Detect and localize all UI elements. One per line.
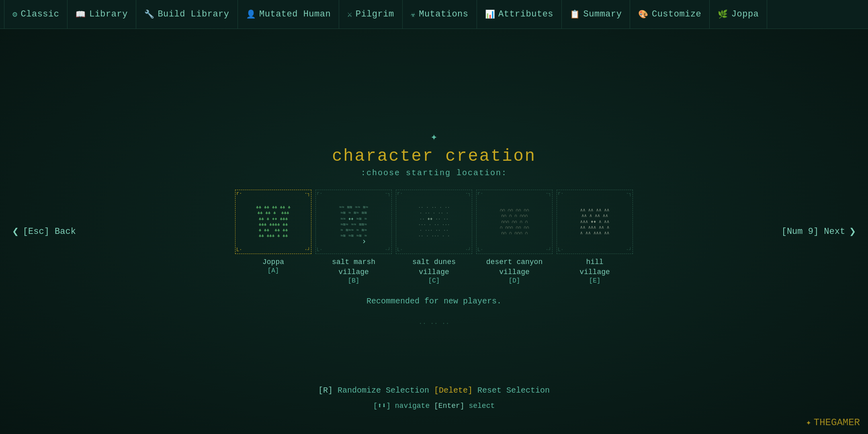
corner-bl: L·: [236, 247, 242, 253]
page-subtitle: :choose starting location:: [332, 168, 536, 178]
attributes-icon: 📊: [485, 9, 495, 19]
hill-card-border: r· ·┐ L· ·┘ ∧∧ ∧∧ ∧∧ ∧∧ ∧∧ ∧ ∧∧ ∧∧ ∧∧∧ ♦…: [557, 190, 633, 254]
dunes-key: [C]: [428, 277, 440, 285]
corner-br: ·┘: [305, 247, 310, 253]
nav-mutated-human[interactable]: 👤 Mutated Human: [238, 0, 340, 29]
library-icon: 📖: [76, 9, 86, 19]
corner-tl: r·: [236, 191, 242, 197]
hill-corner-tl: r·: [558, 191, 563, 197]
dunes-corner-br: ·┘: [465, 247, 471, 253]
logo-symbol: ✦: [332, 130, 536, 143]
location-desert-canyon[interactable]: r· ·┐ L· ·┘ ∩∩ ∩∩ ∩∩ ∩∩ ∩∩ ∩ ∩ ∩∩∩ ∩∩∩ ∩…: [474, 190, 555, 285]
build-library-icon: 🔧: [144, 9, 155, 19]
back-button[interactable]: ❮ [Esc] Back: [12, 225, 76, 238]
locations-wrapper: › r· ·┐ L· ·┘ ♣♣ ♣♣ ♣♣ ♣♣ ♣ ♣♣ ♣♣ ♣ ♣♣♣ …: [233, 190, 635, 293]
location-salt-marsh[interactable]: r· ·┐ L· ·┘ ≈≈ ≋≋ ≈≈ ≋≈ ≈≋ ≈ ≋≈ ≋≋ ≈≈ ♦♦…: [313, 190, 394, 285]
next-arrow-icon: ❯: [849, 225, 856, 238]
marsh-card-border: r· ·┐ L· ·┘ ≈≈ ≋≋ ≈≈ ≋≈ ≈≋ ≈ ≋≈ ≋≋ ≈≈ ♦♦…: [315, 190, 392, 254]
main-content: ❮ [Esc] Back [Num 9] Next ❯ ✦ character …: [0, 29, 868, 434]
hill-corner-br: ·┘: [626, 247, 632, 253]
dunes-name: salt dunesvillage: [412, 257, 456, 277]
mutated-human-icon: 👤: [246, 9, 256, 19]
nav-classic[interactable]: ⚙ Classic: [4, 0, 68, 29]
marsh-corner-br: ·┘: [385, 247, 391, 253]
nav-mutations[interactable]: ☣ Mutations: [403, 0, 477, 29]
hill-key: [E]: [589, 277, 601, 285]
desert-key: [D]: [509, 277, 520, 285]
summary-icon: 📋: [570, 9, 580, 19]
marsh-ascii-art: ≈≈ ≋≋ ≈≈ ≋≈ ≈≋ ≈ ≋≈ ≋≋ ≈≈ ♦♦ ≈≋ ≈ ≈≋≈ ≈≈…: [339, 199, 368, 245]
dunes-corner-tl: r·: [397, 191, 403, 197]
desert-card-border: r· ·┐ L· ·┘ ∩∩ ∩∩ ∩∩ ∩∩ ∩∩ ∩ ∩ ∩∩∩ ∩∩∩ ∩…: [476, 190, 553, 254]
nav-summary[interactable]: 📋 Summary: [562, 0, 630, 29]
joppa-card-border: r· ·┐ L· ·┘ ♣♣ ♣♣ ♣♣ ♣♣ ♣ ♣♣ ♣♣ ♣ ♣♣♣ ♣♣…: [235, 190, 311, 254]
joppa-name: Joppa: [262, 257, 284, 267]
location-salt-dunes[interactable]: r· ·┐ L· ·┘ ·· · ·· · ·· · ·· · ·· · ·· …: [394, 190, 474, 285]
title-area: ✦ character creation :choose starting lo…: [332, 130, 536, 178]
back-arrow-icon: ❮: [12, 225, 19, 238]
page-title: character creation: [332, 147, 536, 166]
dunes-card-border: r· ·┐ L· ·┘ ·· · ·· · ·· · ·· · ·· · ·· …: [396, 190, 472, 254]
joppa-key: [A]: [268, 267, 279, 274]
location-joppa[interactable]: r· ·┐ L· ·┘ ♣♣ ♣♣ ♣♣ ♣♣ ♣ ♣♣ ♣♣ ♣ ♣♣♣ ♣♣…: [233, 190, 313, 274]
navigation-bar: ⚙ Classic 📖 Library 🔧 Build Library 👤 Mu…: [0, 0, 868, 29]
nav-attributes[interactable]: 📊 Attributes: [477, 0, 562, 29]
corner-tr: ·┐: [305, 191, 310, 197]
back-label: [Esc] Back: [23, 227, 76, 237]
hill-name: hillvillage: [579, 257, 610, 277]
dots-decoration: ·· ·· ··: [419, 320, 450, 327]
nav-library[interactable]: 📖 Library: [68, 0, 136, 29]
dunes-ascii-art: ·· · ·· · ·· · ·· · ·· · ·· ♦♦ ·· ·· ···…: [418, 199, 450, 245]
nav-pilgrim[interactable]: ⚔ Pilgrim: [339, 0, 402, 29]
marsh-name: salt marshvillage: [332, 257, 375, 277]
next-button[interactable]: [Num 9] Next ❯: [782, 225, 856, 238]
marsh-corner-bl: L·: [317, 247, 322, 253]
classic-icon: ⚙: [12, 9, 18, 19]
joppa-nav-icon: 🌿: [718, 9, 728, 19]
customize-icon: 🎨: [638, 9, 649, 19]
desert-corner-tr: ·┐: [546, 191, 551, 197]
dunes-corner-bl: L·: [397, 247, 403, 253]
desert-name: desert canyonvillage: [486, 257, 542, 277]
location-hill-village[interactable]: r· ·┐ L· ·┘ ∧∧ ∧∧ ∧∧ ∧∧ ∧∧ ∧ ∧∧ ∧∧ ∧∧∧ ♦…: [555, 190, 635, 285]
joppa-ascii-art: ♣♣ ♣♣ ♣♣ ♣♣ ♣ ♣♣ ♣♣ ♣ ♣♣♣ ♣♣ ♣ ♦♦ ♣♣♣ ♣♣…: [256, 199, 291, 245]
nav-joppa[interactable]: 🌿 Joppa: [710, 0, 767, 29]
marsh-key: [B]: [348, 277, 360, 285]
hill-corner-bl: L·: [558, 247, 563, 253]
marsh-corner-tl: r·: [317, 191, 322, 197]
recommendation-text: Recommended for new players.: [366, 297, 502, 306]
desert-corner-tl: r·: [477, 191, 483, 197]
pilgrim-icon: ⚔: [347, 9, 352, 19]
hill-ascii-art: ∧∧ ∧∧ ∧∧ ∧∧ ∧∧ ∧ ∧∧ ∧∧ ∧∧∧ ♦♦ ∧ ∧∧ ∧∧ ∧∧…: [580, 202, 610, 242]
locations-row: r· ·┐ L· ·┘ ♣♣ ♣♣ ♣♣ ♣♣ ♣ ♣♣ ♣♣ ♣ ♣♣♣ ♣♣…: [233, 190, 635, 285]
desert-ascii-art: ∩∩ ∩∩ ∩∩ ∩∩ ∩∩ ∩ ∩ ∩∩∩ ∩∩∩ ∩∩ ∩ ∩ ∩ ∩∩∩ …: [500, 202, 529, 242]
nav-build-library[interactable]: 🔧 Build Library: [136, 0, 238, 29]
desert-corner-br: ·┘: [546, 247, 551, 253]
next-label: [Num 9] Next: [782, 227, 845, 237]
mutations-icon: ☣: [411, 9, 416, 19]
nav-customize[interactable]: 🎨 Customize: [630, 0, 710, 29]
hill-corner-tr: ·┐: [626, 191, 632, 197]
dunes-corner-tr: ·┐: [465, 191, 471, 197]
desert-corner-bl: L·: [477, 247, 483, 253]
marsh-corner-tr: ·┐: [385, 191, 391, 197]
